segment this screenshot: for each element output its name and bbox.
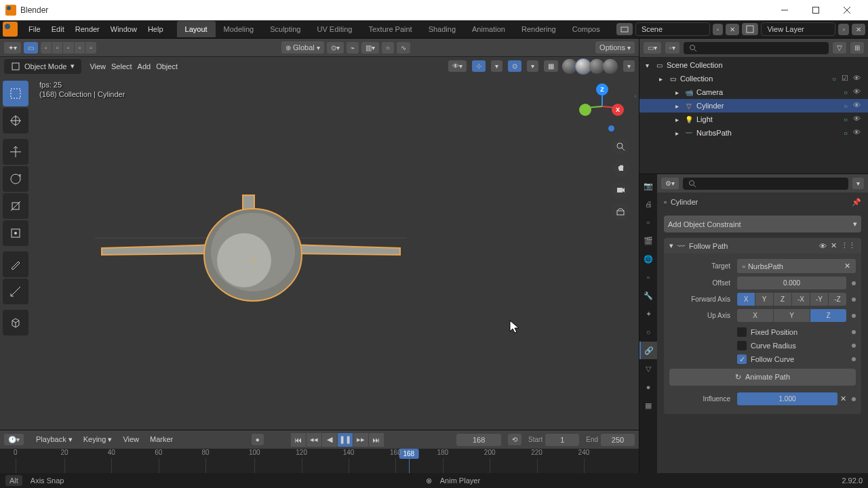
selection-mode-1[interactable]: ▫ xyxy=(41,42,52,54)
shading-rendered[interactable] xyxy=(603,59,618,74)
viewport-menu-view[interactable]: View xyxy=(87,61,108,72)
tab-viewlayer[interactable]: ▫ xyxy=(639,214,657,231)
orientation-dropdown[interactable]: ⊕ Global ▾ xyxy=(281,41,324,54)
exclude-checkbox[interactable]: ☑ xyxy=(842,74,851,83)
keyframe-dot[interactable] xyxy=(852,397,856,401)
follow-curve-checkbox[interactable]: ✓ xyxy=(737,354,747,364)
tree-row-light[interactable]: ▸ 💡 Light ○ 👁 xyxy=(639,113,868,126)
outliner-filter-button[interactable]: ▽ xyxy=(833,42,846,54)
overlay-dropdown[interactable]: ▾ xyxy=(527,60,538,72)
forward-axis-negy[interactable]: -Y xyxy=(810,293,829,306)
influence-slider[interactable]: 1.000 xyxy=(737,392,837,405)
up-axis-y[interactable]: Y xyxy=(774,309,810,322)
visibility-toggle[interactable]: 👁 xyxy=(853,74,863,83)
viewport-menu-object[interactable]: Object xyxy=(153,61,180,72)
select-tool-icon[interactable]: ▭ xyxy=(24,42,38,54)
timeline-menu-keying[interactable]: Keying ▾ xyxy=(78,433,118,445)
timeline-range-button[interactable]: ⟲ xyxy=(508,434,521,445)
visibility-toggle[interactable]: 👁 xyxy=(853,101,863,110)
properties-editor-type[interactable]: ⚙▾ xyxy=(661,178,679,189)
tool-move[interactable] xyxy=(3,139,28,165)
workspace-tab-shading[interactable]: Shading xyxy=(420,21,464,37)
scene-new-button[interactable]: ▫ xyxy=(713,24,724,35)
eye-icon[interactable]: 👁 xyxy=(819,242,827,250)
overlay-toggle[interactable]: ⊙ xyxy=(508,60,521,72)
playhead[interactable]: 168 xyxy=(409,449,410,473)
tab-texture[interactable]: ▦ xyxy=(639,396,657,414)
tool-annotate[interactable] xyxy=(3,251,28,277)
shading-wireframe[interactable] xyxy=(562,59,577,74)
gizmo-dropdown[interactable]: ▾ xyxy=(491,60,502,72)
keyframe-dot[interactable] xyxy=(852,357,856,361)
close-anim-player-icon[interactable]: ⊗ xyxy=(426,476,432,485)
keyframe-dot[interactable] xyxy=(852,298,856,302)
properties-search[interactable] xyxy=(683,178,848,190)
forward-axis-negz[interactable]: -Z xyxy=(829,293,846,306)
keyframe-dot[interactable] xyxy=(852,330,856,334)
tool-select-box[interactable] xyxy=(3,81,28,106)
jump-to-start-button[interactable]: ⏮ xyxy=(291,433,306,447)
mode-dropdown[interactable]: Object Mode ▾ xyxy=(4,59,81,74)
proportional-toggle[interactable]: ○ xyxy=(382,42,394,54)
viewport-menu-select[interactable]: Select xyxy=(108,61,135,72)
workspace-tab-animation[interactable]: Animation xyxy=(464,21,513,37)
forward-axis-z[interactable]: Z xyxy=(774,293,792,306)
constraint-name[interactable]: Follow Path xyxy=(689,242,815,250)
outliner-tree[interactable]: ▾ ▭ Scene Collection ▸ ▭ Collection ○ ☑ … xyxy=(639,57,868,174)
play-reverse-button[interactable]: ◀ xyxy=(322,433,337,447)
workspace-tab-uv-editing[interactable]: UV Editing xyxy=(309,21,360,37)
tab-mesh[interactable]: ▽ xyxy=(639,360,657,378)
properties-options[interactable]: ▾ xyxy=(852,178,864,189)
zoom-icon[interactable] xyxy=(612,138,629,155)
editor-type-dropdown[interactable]: ✦▾ xyxy=(4,42,21,54)
tab-scene[interactable]: 🎬 xyxy=(639,232,657,249)
workspace-tab-rendering[interactable]: Rendering xyxy=(513,21,564,37)
tab-object[interactable]: ▫ xyxy=(639,268,657,286)
menu-help[interactable]: Help xyxy=(142,22,169,36)
viewport-menu-add[interactable]: Add xyxy=(135,61,154,72)
animate-path-button[interactable]: ↻Animate Path xyxy=(669,369,856,386)
selection-mode-5[interactable]: ▫ xyxy=(85,42,96,54)
menu-edit[interactable]: Edit xyxy=(46,22,70,36)
pivot-dropdown[interactable]: ⊙▾ xyxy=(327,42,344,54)
timeline-editor-type[interactable]: 🕐▾ xyxy=(4,434,24,445)
tab-physics[interactable]: ○ xyxy=(639,323,657,341)
tool-rotate[interactable] xyxy=(3,166,28,192)
timeline-menu-playback[interactable]: Playback ▾ xyxy=(31,433,78,445)
workspace-tab-texture-paint[interactable]: Texture Paint xyxy=(360,21,420,37)
selection-mode-4[interactable]: ▫ xyxy=(75,42,85,54)
outliner-search-input[interactable] xyxy=(684,42,829,54)
add-constraint-dropdown[interactable]: Add Object Constraint ▾ xyxy=(664,216,861,232)
tab-constraints[interactable]: 🔗 xyxy=(639,342,657,359)
current-frame-input[interactable]: 168 xyxy=(456,434,501,446)
gizmo-x-axis[interactable]: X xyxy=(612,104,624,116)
fixed-position-checkbox[interactable] xyxy=(737,327,747,337)
keyframe-next-button[interactable]: ▸▸ xyxy=(353,433,368,447)
keyframe-dot[interactable] xyxy=(852,344,856,348)
workspace-tab-layout[interactable]: Layout xyxy=(177,21,216,37)
shading-material[interactable] xyxy=(589,59,604,74)
tab-material[interactable]: ● xyxy=(639,378,657,396)
viewlayer-delete-button[interactable]: ✕ xyxy=(852,24,865,35)
timeline-menu-marker[interactable]: Marker xyxy=(144,433,178,445)
menu-file[interactable]: File xyxy=(23,22,46,36)
up-axis-z[interactable]: Z xyxy=(810,309,846,322)
timeline-track[interactable]: 168 020406080100120140160180200220240 xyxy=(0,449,639,473)
tree-row-scene-collection[interactable]: ▾ ▭ Scene Collection xyxy=(639,58,868,72)
tool-transform[interactable] xyxy=(3,220,28,246)
offset-input[interactable]: 0.000 xyxy=(737,277,846,289)
tree-row-cylinder[interactable]: ▸ ▽ Cylinder ○ 👁 xyxy=(639,99,868,113)
tool-add-cube[interactable] xyxy=(3,310,28,336)
maximize-button[interactable] xyxy=(800,0,831,20)
workspace-tab-modeling[interactable]: Modeling xyxy=(216,21,262,37)
xray-toggle[interactable]: ▦ xyxy=(544,60,558,72)
shading-dropdown[interactable]: ▾ xyxy=(623,60,635,72)
tool-measure[interactable] xyxy=(3,279,28,304)
menu-window[interactable]: Window xyxy=(105,22,142,36)
gizmo-neg-axis-dot[interactable] xyxy=(608,125,614,131)
visibility-dropdown[interactable]: 👁▾ xyxy=(448,60,467,72)
up-axis-x[interactable]: X xyxy=(737,309,774,322)
options-dropdown[interactable]: Options ▾ xyxy=(595,41,635,54)
shading-solid[interactable] xyxy=(576,59,591,74)
collapse-icon[interactable]: ▾ xyxy=(669,241,673,250)
